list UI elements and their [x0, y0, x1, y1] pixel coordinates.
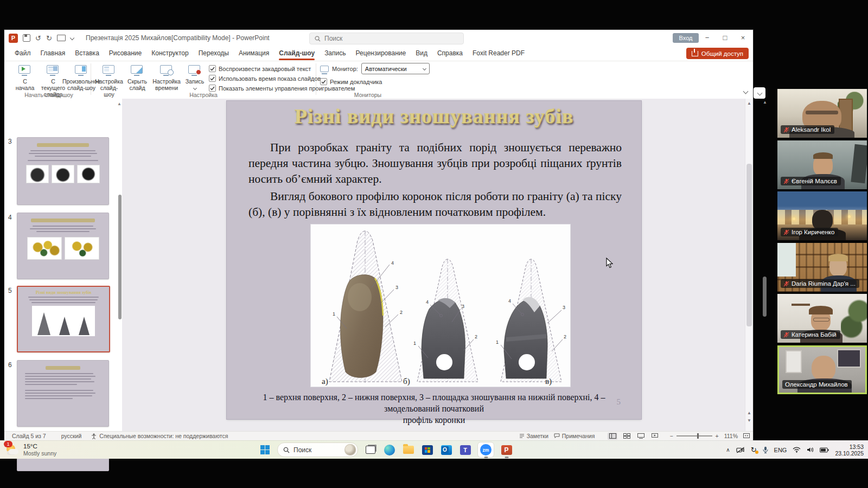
- tab-design[interactable]: Конструктор: [146, 46, 193, 61]
- slide-scrollbar[interactable]: ▲ ▲ ▼: [745, 99, 753, 432]
- participant-video-active-speaker[interactable]: Олександр Михайлов: [777, 345, 867, 394]
- svg-text:3: 3: [462, 304, 464, 309]
- svg-text:2: 2: [400, 310, 403, 315]
- camera-off-icon[interactable]: [736, 447, 745, 453]
- teams-icon[interactable]: T: [458, 443, 472, 457]
- zoom-out-icon[interactable]: −: [669, 433, 673, 439]
- tab-animations[interactable]: Анимация: [234, 46, 274, 61]
- wifi-icon[interactable]: [793, 447, 801, 453]
- sign-in-button[interactable]: Вход: [673, 33, 699, 43]
- rehearse-timings-button[interactable]: Настройка времени: [152, 63, 181, 92]
- participant-video[interactable]: Катерина Бабій: [777, 294, 867, 343]
- sync-status-icon[interactable]: ↻: [751, 446, 757, 454]
- maximize-button[interactable]: □: [716, 30, 734, 46]
- speaker-icon[interactable]: [807, 447, 814, 453]
- slide-sorter-view-button[interactable]: [622, 433, 631, 440]
- zoom-slider-thumb[interactable]: [697, 433, 699, 439]
- zoom-control[interactable]: − +: [669, 433, 718, 439]
- reading-view-button[interactable]: [636, 433, 646, 440]
- share-button[interactable]: Общий доступ: [686, 48, 749, 59]
- windows-taskbar: 1 15°C Mostly sunny Поиск T: [0, 440, 868, 459]
- thumbnail-scroll-up-icon[interactable]: ▲: [117, 101, 122, 106]
- svg-text:1: 1: [496, 339, 499, 345]
- tab-review[interactable]: Рецензирование: [351, 46, 411, 61]
- next-slide-icon[interactable]: ▼: [745, 418, 753, 423]
- slide-thumbnail-4[interactable]: [17, 213, 109, 279]
- microphone-icon[interactable]: [763, 446, 768, 453]
- redo-icon[interactable]: ↻: [46, 35, 52, 42]
- save-icon[interactable]: [23, 34, 30, 42]
- weather-widget[interactable]: 1 15°C Mostly sunny: [5, 442, 56, 457]
- normal-view-button[interactable]: [608, 433, 617, 440]
- zoom-app-icon[interactable]: zm: [477, 443, 494, 457]
- current-slide[interactable]: Різні види зношування зубів При розробка…: [227, 101, 641, 419]
- participant-video[interactable]: Євгеній Малєєв: [777, 140, 867, 189]
- hidden-icons-chevron-icon[interactable]: ∧: [726, 447, 730, 453]
- battery-icon[interactable]: [820, 447, 829, 453]
- powerpoint-app-icon: P: [9, 34, 18, 43]
- tab-insert[interactable]: Вставка: [70, 46, 104, 61]
- outlook-icon[interactable]: [439, 443, 453, 457]
- tab-home[interactable]: Главная: [36, 46, 71, 61]
- taskbar-clock[interactable]: 13:53 23.10.2025: [835, 444, 864, 457]
- figure-label-b: б): [403, 377, 410, 386]
- record-button[interactable]: Запись: [181, 63, 209, 91]
- search-box[interactable]: Поиск: [309, 33, 464, 44]
- start-slideshow-icon[interactable]: [57, 35, 66, 41]
- zoom-in-icon[interactable]: +: [716, 433, 719, 439]
- language-indicator[interactable]: русский: [61, 433, 82, 439]
- participants-scrollbar[interactable]: [763, 277, 767, 317]
- comments-button[interactable]: Примечания: [554, 433, 595, 439]
- from-beginning-button[interactable]: С начала: [11, 63, 39, 92]
- tab-help[interactable]: Справка: [432, 46, 468, 61]
- checkbox-presenter-view[interactable]: Режим докладчика: [320, 78, 382, 85]
- tab-foxit[interactable]: Foxit Reader PDF: [468, 46, 529, 61]
- zoom-percentage[interactable]: 111%: [724, 433, 738, 439]
- undo-icon[interactable]: ↺: [35, 35, 41, 42]
- participant-video[interactable]: Ігор Кириченко: [777, 191, 867, 240]
- minimize-button[interactable]: −: [698, 30, 716, 46]
- participants-scroll-up-icon[interactable]: ▲: [763, 100, 767, 105]
- accessibility-icon: [91, 433, 97, 439]
- thumbnail-scrollbar[interactable]: [118, 195, 122, 319]
- participant-video[interactable]: Aleksandr Ikol: [777, 89, 867, 138]
- file-explorer-icon[interactable]: [401, 443, 415, 457]
- tab-record[interactable]: Запись: [320, 46, 350, 61]
- tab-view[interactable]: Вид: [411, 46, 432, 61]
- slide-thumbnail-3[interactable]: [17, 137, 109, 205]
- accessibility-status: Специальные возможности: не поддерживают…: [99, 433, 228, 439]
- close-button[interactable]: ×: [734, 30, 752, 46]
- participant-name-label: Daria Riumina Дар'я ...: [781, 279, 859, 288]
- microsoft-store-icon[interactable]: [420, 443, 434, 457]
- collapse-video-panel-button[interactable]: [754, 87, 765, 99]
- hide-slide-button[interactable]: Скрыть слайд: [123, 63, 151, 92]
- participant-video[interactable]: Daria Riumina Дар'я ...: [777, 243, 867, 292]
- edge-icon[interactable]: [382, 443, 396, 457]
- notes-button[interactable]: Заметки: [519, 433, 548, 439]
- task-view-button[interactable]: [363, 443, 377, 457]
- tab-slideshow[interactable]: Слайд-шоу: [274, 46, 320, 61]
- zoom-slider[interactable]: [676, 435, 712, 436]
- powerpoint-taskbar-icon[interactable]: P: [500, 443, 513, 457]
- slideshow-view-button[interactable]: [650, 433, 660, 440]
- tab-transitions[interactable]: Переходы: [194, 46, 234, 61]
- start-button[interactable]: [258, 443, 272, 457]
- slide-thumbnail-5-selected[interactable]: Різні види зношування зубів: [17, 286, 110, 352]
- slide-thumbnail-panel: 3 4 5 6 7: [4, 99, 122, 432]
- tab-file[interactable]: Файл: [10, 46, 36, 61]
- taskbar-search[interactable]: Поиск: [277, 442, 358, 457]
- taskbar-search-placeholder: Поиск: [293, 446, 311, 454]
- scroll-up-icon[interactable]: ▲: [745, 101, 753, 106]
- input-language[interactable]: ENG: [774, 447, 787, 453]
- quick-access-chevron-icon[interactable]: [70, 36, 74, 40]
- scrollbar-thumb[interactable]: [746, 164, 752, 326]
- fit-slide-to-window-icon[interactable]: [743, 433, 750, 439]
- collapse-ribbon-chevron-icon[interactable]: [743, 89, 749, 94]
- monitor-dropdown[interactable]: Автоматически: [361, 63, 430, 74]
- slide-thumbnail-6[interactable]: [17, 360, 109, 427]
- previous-slide-icon[interactable]: ▲: [745, 410, 753, 415]
- status-bar: Слайд 5 из 7 русский Специальные возможн…: [4, 431, 753, 440]
- ribbon-tabs: Файл Главная Вставка Рисование Конструкт…: [4, 46, 753, 61]
- search-placeholder: Поиск: [324, 35, 342, 42]
- tab-draw[interactable]: Рисование: [104, 46, 146, 61]
